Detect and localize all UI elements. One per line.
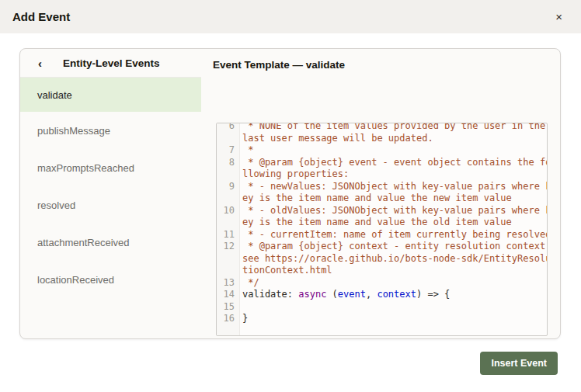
line-number bbox=[217, 265, 239, 277]
code-line: 9 * - newValues: JSONObject with key-val… bbox=[217, 181, 547, 193]
code-line: tionContext.html bbox=[217, 265, 547, 277]
code-text: ey is the item name and value the old it… bbox=[239, 217, 547, 229]
sidebar-item-list: validatepublishMessagemaxPromptsReachedr… bbox=[20, 78, 201, 298]
code-line: 12 * @param {object} context - entity re… bbox=[217, 241, 547, 253]
code-line: 6 * NONE of the item values provided by … bbox=[217, 123, 547, 133]
close-icon[interactable]: × bbox=[551, 8, 567, 26]
line-number bbox=[217, 193, 239, 205]
code-text: llowing properties: bbox=[239, 168, 547, 181]
add-event-panel: ‹ Entity-Level Events validatepublishMes… bbox=[19, 48, 561, 339]
sidebar-title: Entity-Level Events bbox=[63, 57, 160, 69]
code-text: last user message will be updated. bbox=[239, 133, 547, 145]
event-category-sidebar: ‹ Entity-Level Events validatepublishMes… bbox=[20, 49, 201, 338]
line-number: 16 bbox=[217, 313, 239, 325]
code-text: tionContext.html bbox=[239, 265, 547, 277]
code-line: 15 bbox=[217, 301, 547, 314]
code-line: 7 * bbox=[217, 144, 547, 157]
line-number: 9 bbox=[217, 181, 239, 193]
code-line: ey is the item name and value the old it… bbox=[217, 217, 547, 229]
sidebar-header: ‹ Entity-Level Events bbox=[20, 49, 201, 78]
event-template-pane: Event Template — validate Include templa… bbox=[201, 49, 560, 338]
line-number: 13 bbox=[217, 277, 239, 290]
sidebar-item-maxPromptsReached[interactable]: maxPromptsReached bbox=[20, 149, 201, 186]
line-number: 11 bbox=[217, 229, 239, 241]
sidebar-item-validate[interactable]: validate bbox=[20, 78, 201, 112]
code-line: 14validate: async (event, context) => { bbox=[217, 289, 547, 301]
code-text: * - newValues: JSONObject with key-value… bbox=[239, 181, 548, 193]
dialog-title: Add Event bbox=[12, 10, 70, 23]
event-template-title: Event Template — validate bbox=[213, 59, 345, 71]
line-number bbox=[217, 217, 239, 229]
dialog-header: Add Event × bbox=[0, 0, 581, 33]
code-text: see https://oracle.github.io/bots-node-s… bbox=[239, 253, 548, 265]
code-text: * - currentItem: name of item currently … bbox=[239, 229, 548, 241]
code-line: 13 */ bbox=[217, 277, 547, 290]
code-text: validate: async (event, context) => { bbox=[239, 289, 547, 301]
code-text: * bbox=[239, 144, 547, 157]
code-editor-content: 6 * NONE of the item values provided by … bbox=[217, 123, 547, 325]
code-text: * - oldValues: JSONObject with key-value… bbox=[239, 205, 548, 217]
code-text: * @param {object} context - entity resol… bbox=[239, 241, 548, 253]
code-text: */ bbox=[239, 277, 547, 290]
code-line: 10 * - oldValues: JSONObject with key-va… bbox=[217, 205, 547, 217]
code-text: } bbox=[239, 313, 547, 325]
line-number: 14 bbox=[217, 289, 239, 301]
code-line: see https://oracle.github.io/bots-node-s… bbox=[217, 253, 547, 265]
line-number: 7 bbox=[217, 144, 239, 157]
sidebar-item-locationReceived[interactable]: locationReceived bbox=[20, 261, 201, 298]
line-number: 10 bbox=[217, 205, 239, 217]
line-number bbox=[217, 253, 239, 265]
code-line: 16} bbox=[217, 313, 547, 325]
line-number: 15 bbox=[217, 301, 239, 314]
sidebar-item-resolved[interactable]: resolved bbox=[20, 186, 201, 224]
code-text: ey is the item name and value the new it… bbox=[239, 193, 547, 205]
code-text: * NONE of the item values provided by th… bbox=[239, 123, 547, 133]
line-number: 6 bbox=[217, 123, 239, 133]
sidebar-item-publishMessage[interactable]: publishMessage bbox=[20, 112, 201, 149]
code-line: ey is the item name and value the new it… bbox=[217, 193, 547, 205]
code-line: 8 * @param {object} event - event object… bbox=[217, 157, 547, 169]
code-text: * @param {object} event - event object c… bbox=[239, 157, 548, 169]
line-number bbox=[217, 168, 239, 181]
line-number bbox=[217, 133, 239, 145]
code-line: last user message will be updated. bbox=[217, 133, 547, 145]
insert-event-button[interactable]: Insert Event bbox=[480, 352, 558, 375]
line-number: 12 bbox=[217, 241, 239, 253]
code-line: 11 * - currentItem: name of item current… bbox=[217, 229, 547, 241]
code-text bbox=[239, 301, 547, 314]
code-line: llowing properties: bbox=[217, 168, 547, 181]
sidebar-item-attachmentReceived[interactable]: attachmentReceived bbox=[20, 224, 201, 261]
line-number: 8 bbox=[217, 157, 239, 169]
code-editor[interactable]: 6 * NONE of the item values provided by … bbox=[216, 123, 548, 336]
back-chevron-icon[interactable]: ‹ bbox=[38, 57, 42, 69]
